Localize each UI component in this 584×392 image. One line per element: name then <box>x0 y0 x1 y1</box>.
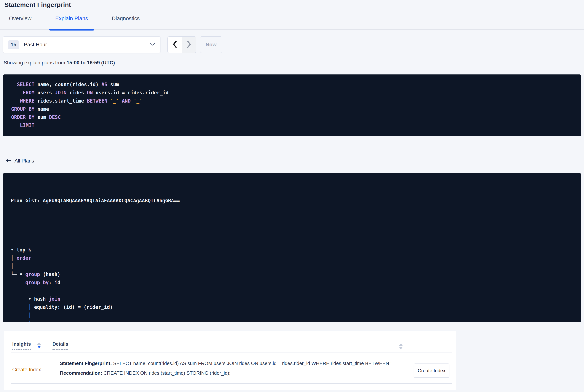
arrow-left-icon <box>5 158 11 164</box>
chevron-right-icon <box>187 40 191 49</box>
create-index-button[interactable]: Create Index <box>414 364 449 378</box>
tab-overview[interactable]: Overview <box>9 16 31 30</box>
showing-plans-text: Showing explain plans from 15:00 to 16:5… <box>4 60 584 66</box>
tab-diagnostics[interactable]: Diagnostics <box>112 16 140 30</box>
recommendation-line: Recommendation: CREATE INDEX ON rides (s… <box>60 368 391 378</box>
sort-details-icon[interactable] <box>399 344 403 350</box>
time-range-badge: 1h <box>8 40 19 49</box>
plan-tree-lines: • top-k│ order│└─ • group (hash) │ group… <box>11 246 576 322</box>
time-range-dropdown[interactable]: 1h Past Hour <box>3 36 160 53</box>
previous-time-button[interactable] <box>168 37 182 53</box>
insights-table-card: Insights Details Create Index Statement … <box>4 331 456 390</box>
page-title: Statement Fingerprint <box>0 0 584 8</box>
next-time-button[interactable] <box>182 37 196 53</box>
column-header-details[interactable]: Details <box>52 341 68 350</box>
chevron-down-icon <box>150 42 155 47</box>
time-nav-group <box>167 36 196 53</box>
statement-fingerprint-page: Statement Fingerprint Overview Explain P… <box>0 0 584 392</box>
plan-gist-block: Plan Gist: AgHUAQIABQAAAHYAQIAiAEAAAADCQ… <box>3 173 581 322</box>
statement-fingerprint-line: Statement Fingerprint: SELECT name, coun… <box>60 359 391 368</box>
all-plans-link[interactable]: All Plans <box>5 157 46 164</box>
plan-gist-line: Plan Gist: AgHUAQIABQAAAHYAQIAiAEAAAADCQ… <box>11 196 576 205</box>
row-divider <box>11 383 452 384</box>
header-divider <box>11 352 452 353</box>
section-divider <box>3 150 584 150</box>
chevron-left-icon <box>172 40 177 49</box>
sort-up-triangle <box>37 342 41 345</box>
sort-down-triangle <box>399 347 403 350</box>
blank-line <box>11 221 576 229</box>
tab-explain-plans[interactable]: Explain Plans <box>55 16 88 30</box>
now-button[interactable]: Now <box>200 36 222 53</box>
plan-gist-value: AgHUAQIABQAAAHYAQIAiAEAAAADCQACAgAABQILA… <box>43 198 180 204</box>
tab-bar: Overview Explain Plans Diagnostics <box>0 16 584 30</box>
all-plans-label: All Plans <box>14 158 34 164</box>
time-controls: 1h Past Hour Now <box>3 36 584 53</box>
time-range-value: 15:00 to 16:59 (UTC) <box>67 60 115 66</box>
create-index-link[interactable]: Create Index <box>12 367 41 373</box>
sql-statement-code: SELECT name, count(rides.id) AS sum FROM… <box>3 74 581 136</box>
details-cell: Statement Fingerprint: SELECT name, coun… <box>60 359 391 378</box>
sort-down-triangle <box>37 346 41 348</box>
sql-statement-block: SELECT name, count(rides.id) AS sum FROM… <box>3 74 581 136</box>
insights-table-header: Insights Details <box>12 341 68 350</box>
sort-up-triangle <box>399 344 403 346</box>
column-header-insights[interactable]: Insights <box>12 341 31 350</box>
sort-insights-icon[interactable] <box>37 342 41 348</box>
plan-tree: Plan Gist: AgHUAQIABQAAAHYAQIAiAEAAAADCQ… <box>3 173 581 322</box>
time-range-label: Past Hour <box>24 42 150 48</box>
